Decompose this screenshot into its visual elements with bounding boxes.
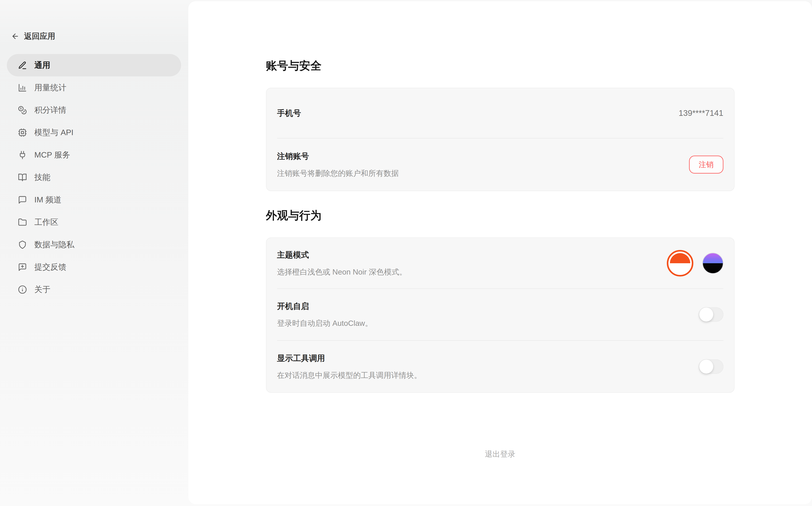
- autostart-description: 登录时自动启动 AutoClaw。: [277, 318, 373, 328]
- tool-calls-description: 在对话消息中展示模型的工具调用详情块。: [277, 370, 422, 381]
- tool-calls-label: 显示工具调用: [277, 353, 422, 364]
- pen-icon: [18, 61, 27, 70]
- sidebar-item-im-channels[interactable]: IM 频道: [7, 188, 181, 211]
- info-icon: [18, 285, 27, 294]
- autostart-row: 开机自启 登录时自动启动 AutoClaw。: [277, 289, 723, 340]
- sidebar-item-models-api[interactable]: 模型与 API: [7, 121, 181, 144]
- account-card: 手机号 139****7141 注销账号 注销账号将删除您的账户和所有数据 注销: [266, 88, 735, 191]
- cpu-icon: [18, 128, 27, 137]
- phone-number-value: 139****7141: [679, 108, 723, 118]
- section-title-appearance: 外观与行为: [266, 208, 735, 222]
- phone-number-label: 手机号: [277, 108, 301, 118]
- coins-icon: [18, 106, 27, 115]
- folder-icon: [18, 218, 27, 227]
- sidebar-item-label: 技能: [34, 172, 50, 183]
- sidebar-item-label: 数据与隐私: [34, 239, 74, 250]
- sidebar-item-label: 积分详情: [34, 105, 66, 115]
- shield-icon: [18, 240, 27, 249]
- theme-mode-row: 主题模式 选择橙白浅色或 Neon Noir 深色模式。: [277, 238, 723, 288]
- back-to-app-button[interactable]: 返回应用: [11, 31, 55, 41]
- toggle-knob: [699, 359, 713, 373]
- delete-account-button[interactable]: 注销: [689, 156, 723, 174]
- settings-sidebar: 返回应用 通用用量统计积分详情模型与 APIMCP 服务技能IM 频道工作区数据…: [0, 0, 188, 506]
- sidebar-item-general[interactable]: 通用: [7, 54, 181, 76]
- sidebar-item-feedback[interactable]: 提交反馈: [7, 256, 181, 278]
- sidebar-item-label: 模型与 API: [34, 127, 73, 138]
- theme-swatch-light-preview: [670, 253, 690, 273]
- plug-icon: [18, 151, 27, 160]
- sidebar-item-workspace[interactable]: 工作区: [7, 211, 181, 233]
- sidebar-item-data-privacy[interactable]: 数据与隐私: [7, 233, 181, 256]
- appearance-card: 主题模式 选择橙白浅色或 Neon Noir 深色模式。 开机自启 登录时自动启…: [266, 238, 735, 393]
- sidebar-item-credits[interactable]: 积分详情: [7, 99, 181, 121]
- phone-number-row: 手机号 139****7141: [277, 88, 723, 138]
- delete-account-description: 注销账号将删除您的账户和所有数据: [277, 168, 399, 178]
- section-title-account: 账号与安全: [266, 1, 735, 73]
- theme-mode-description: 选择橙白浅色或 Neon Noir 深色模式。: [277, 267, 407, 277]
- delete-account-row: 注销账号 注销账号将删除您的账户和所有数据 注销: [277, 139, 723, 191]
- sidebar-item-label: 用量统计: [34, 82, 66, 93]
- sidebar-item-usage-stats[interactable]: 用量统计: [7, 76, 181, 99]
- message-square-icon: [18, 195, 27, 204]
- toggle-knob: [699, 308, 713, 322]
- theme-swatches: [667, 250, 723, 276]
- sidebar-item-label: MCP 服务: [34, 150, 70, 160]
- theme-swatch-dark[interactable]: [702, 253, 723, 274]
- sidebar-item-about[interactable]: 关于: [7, 278, 181, 301]
- back-to-app-label: 返回应用: [24, 31, 55, 41]
- tool-calls-toggle[interactable]: [699, 359, 723, 374]
- arrow-left-icon: [11, 32, 19, 40]
- sidebar-item-label: IM 频道: [34, 194, 62, 205]
- theme-mode-label: 主题模式: [277, 249, 407, 260]
- autostart-label: 开机自启: [277, 301, 373, 312]
- tool-calls-row: 显示工具调用 在对话消息中展示模型的工具调用详情块。: [277, 341, 723, 392]
- sidebar-item-skills[interactable]: 技能: [7, 166, 181, 188]
- settings-main-panel: 账号与安全 手机号 139****7141 注销账号 注销账号将删除您的账户和所…: [188, 1, 812, 504]
- book-open-icon: [18, 173, 27, 182]
- sidebar-item-label: 工作区: [34, 217, 58, 228]
- sidebar-item-label: 通用: [34, 60, 50, 71]
- bar-chart-icon: [18, 83, 27, 92]
- sidebar-item-label: 关于: [34, 284, 50, 295]
- sidebar-item-mcp-services[interactable]: MCP 服务: [7, 144, 181, 166]
- message-square-plus-icon: [18, 263, 27, 272]
- sidebar-menu: 通用用量统计积分详情模型与 APIMCP 服务技能IM 频道工作区数据与隐私提交…: [7, 54, 181, 301]
- theme-swatch-light-selected[interactable]: [667, 250, 693, 276]
- delete-account-label: 注销账号: [277, 151, 399, 162]
- logout-button[interactable]: 退出登录: [485, 449, 515, 459]
- sidebar-item-label: 提交反馈: [34, 262, 66, 272]
- autostart-toggle[interactable]: [699, 307, 723, 322]
